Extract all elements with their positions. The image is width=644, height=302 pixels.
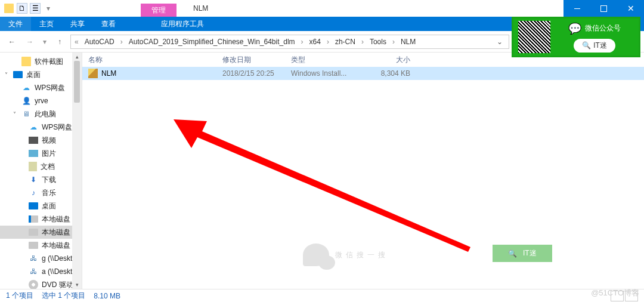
file-date-cell: 2018/2/15 20:25 — [222, 69, 291, 78]
pic-icon — [29, 150, 38, 157]
sidebar-scrollbar[interactable]: ▴ ▾ — [72, 53, 82, 289]
chevron-right-icon[interactable]: › — [360, 38, 365, 46]
status-count: 1 个项目 — [6, 291, 33, 301]
installer-icon — [88, 69, 98, 78]
status-size: 8.10 MB — [94, 292, 120, 300]
sidebar-item[interactable]: 🖧g (\\Desktop- — [0, 252, 82, 265]
doc-icon — [29, 162, 37, 171]
wechat-icon: 💬 — [568, 22, 581, 35]
chevron-right-icon[interactable]: › — [391, 38, 396, 46]
breadcrumb-seg[interactable]: zh-CN — [332, 38, 359, 46]
col-name[interactable]: 名称 — [88, 55, 222, 65]
qat-item[interactable]: 🗋 — [17, 3, 27, 14]
sidebar-item[interactable]: DVD 驱动器 (Z — [0, 278, 82, 289]
folder-icon — [4, 3, 14, 14]
scroll-down-icon[interactable]: ▾ — [72, 281, 82, 289]
sidebar-item-label: 桌面 — [26, 70, 41, 80]
minimize-button[interactable] — [564, 0, 590, 17]
breadcrumb-seg[interactable]: AutoCAD_2019_Simplified_Chinese_Win_64bi… — [125, 38, 299, 46]
desktop-icon — [13, 71, 23, 78]
qat-drop-icon[interactable]: ▾ — [43, 3, 54, 14]
sidebar-item[interactable]: ˅桌面 — [0, 68, 82, 81]
sidebar-item[interactable]: ♪音乐 — [0, 186, 82, 199]
back-button[interactable]: ← — [5, 35, 19, 49]
cloud-icon: ☁ — [29, 122, 38, 132]
net-icon: 🖧 — [29, 267, 38, 276]
wechat-watermark-button: 🔍 IT迷 — [493, 245, 552, 262]
sidebar-item[interactable]: 视频 — [0, 134, 82, 147]
titlebar: 🗋 ☰ ▾ 管理 NLM ✕ — [0, 0, 644, 17]
chevron-left-icon[interactable]: « — [73, 38, 80, 46]
contextual-tab-manage[interactable]: 管理 — [141, 4, 177, 17]
sidebar-item-label: 音乐 — [42, 188, 56, 198]
sidebar-item-label: WPS网盘 — [35, 83, 65, 93]
qat-item[interactable]: ☰ — [30, 3, 41, 14]
video-icon — [29, 137, 38, 144]
recent-drop-icon[interactable]: ▾ — [41, 35, 49, 49]
wechat-icon — [303, 244, 329, 266]
qr-code — [518, 21, 550, 53]
file-name-cell: NLM — [88, 69, 222, 78]
file-row[interactable]: NLM 2018/2/15 20:25 Windows Install... 8… — [82, 67, 644, 80]
sidebar-item-label: WPS网盘 — [42, 122, 72, 132]
user-icon: 👤 — [21, 96, 31, 106]
nav-pane[interactable]: 软件截图˅桌面☁WPS网盘👤yrve˅🖥此电脑☁WPS网盘视频图片文档⬇下载♪音… — [0, 53, 82, 289]
cloud-icon: ☁ — [21, 83, 31, 93]
sidebar-item[interactable]: 👤yrve — [0, 94, 82, 107]
up-button[interactable]: ↑ — [52, 35, 67, 49]
maximize-button[interactable] — [590, 0, 617, 17]
sidebar-item-label: 本地磁盘 — [42, 241, 70, 251]
expand-icon[interactable]: ˅ — [2, 72, 10, 78]
scroll-up-icon[interactable]: ▴ — [72, 53, 82, 61]
sidebar-item[interactable]: 本地磁盘 (D:) — [0, 226, 82, 239]
sidebar-item-label: 文档 — [41, 162, 55, 172]
search-icon: 🔍 — [508, 249, 517, 258]
overlay-button[interactable]: 🔍 IT迷 — [574, 39, 615, 53]
sidebar-item[interactable]: 本地磁盘 (C:) — [0, 212, 82, 226]
sidebar-item[interactable]: 桌面 — [0, 199, 82, 212]
sidebar-item[interactable]: 图片 — [0, 147, 82, 160]
sidebar-item[interactable]: ☁WPS网盘 — [0, 121, 82, 134]
sidebar-item[interactable]: 🖧a (\\Desktop- — [0, 265, 82, 278]
sidebar-item[interactable]: ˅🖥此电脑 — [0, 107, 82, 121]
forward-button[interactable]: → — [23, 35, 37, 49]
file-list[interactable]: 名称 修改日期 类型 大小 NLM 2018/2/15 20:25 Window… — [82, 53, 644, 289]
chevron-right-icon[interactable]: › — [119, 38, 124, 46]
breadcrumb-seg[interactable]: NLM — [397, 38, 419, 46]
system-buttons: ✕ — [564, 0, 644, 17]
wechat-overlay: 💬 微信公众号 🔍 IT迷 — [512, 17, 640, 57]
body: 软件截图˅桌面☁WPS网盘👤yrve˅🖥此电脑☁WPS网盘视频图片文档⬇下载♪音… — [0, 53, 644, 289]
svg-marker-0 — [174, 119, 470, 252]
breadcrumb-seg[interactable]: Tools — [366, 38, 390, 46]
sidebar-item[interactable]: 本地磁盘 — [0, 239, 82, 252]
breadcrumb-seg[interactable]: AutoCAD — [81, 38, 118, 46]
col-type[interactable]: 类型 — [291, 55, 369, 65]
pc-icon: 🖥 — [21, 109, 31, 119]
chevron-right-icon[interactable]: › — [300, 38, 305, 46]
col-date[interactable]: 修改日期 — [222, 55, 291, 65]
tab-share[interactable]: 共享 — [62, 17, 93, 31]
tab-view[interactable]: 查看 — [93, 17, 124, 31]
folder-icon — [21, 57, 31, 66]
file-tab[interactable]: 文件 — [0, 17, 31, 31]
chevron-down-icon[interactable]: ⌄ — [493, 38, 506, 46]
file-type-cell: Windows Install... — [291, 69, 369, 78]
sidebar-item-label: 此电脑 — [35, 109, 56, 119]
overlay-title: 💬 微信公众号 — [568, 22, 621, 35]
sidebar-item[interactable]: 文档 — [0, 160, 82, 173]
sidebar-item[interactable]: 软件截图 — [0, 55, 82, 68]
breadcrumb-seg[interactable]: x64 — [306, 38, 324, 46]
tab-app-tools[interactable]: 应用程序工具 — [153, 17, 212, 31]
sidebar-item[interactable]: ⬇下载 — [0, 173, 82, 186]
chevron-right-icon[interactable]: › — [326, 38, 330, 46]
expand-icon[interactable]: ˅ — [11, 111, 18, 118]
wechat-watermark: 微信搜一搜 — [303, 244, 389, 266]
sidebar-item[interactable]: ☁WPS网盘 — [0, 81, 82, 94]
drive-c-icon — [29, 215, 38, 223]
address-bar[interactable]: « AutoCAD › AutoCAD_2019_Simplified_Chin… — [70, 35, 509, 49]
col-size[interactable]: 大小 — [369, 55, 422, 65]
close-button[interactable]: ✕ — [617, 0, 644, 17]
sidebar-item-label: yrve — [35, 97, 48, 105]
tab-home[interactable]: 主页 — [31, 17, 62, 31]
sidebar-item-label: 下载 — [42, 175, 56, 185]
